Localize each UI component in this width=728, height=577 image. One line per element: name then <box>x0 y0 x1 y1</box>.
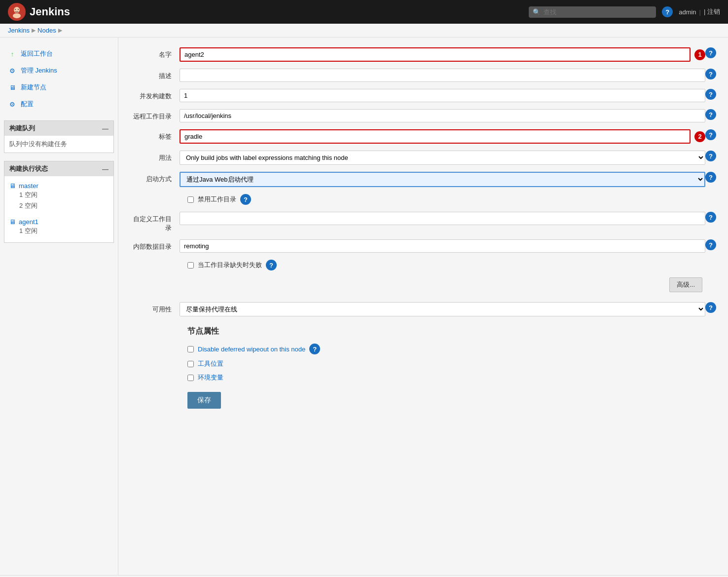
sidebar: ↑ 返回工作台 ⚙ 管理 Jenkins 🖥 新建节点 ⚙ 配置 构建队列 — … <box>0 38 118 575</box>
logout-link[interactable]: | 注销 <box>704 7 720 16</box>
label-control-wrap: 2 <box>180 129 705 144</box>
concurrency-label: 并发构建数 <box>130 89 180 101</box>
search-input[interactable] <box>544 8 652 16</box>
disable-workdir-checkbox[interactable] <box>187 196 194 203</box>
build-queue-title: 构建队列 <box>9 124 35 133</box>
internal-data-input[interactable] <box>180 239 705 253</box>
internal-data-row: 内部数据目录 ? <box>130 239 716 253</box>
usage-label: 用法 <box>130 151 180 162</box>
breadcrumb-jenkins[interactable]: Jenkins <box>8 27 30 34</box>
sidebar-item-new-node[interactable]: 🖥 新建节点 <box>0 79 118 96</box>
description-help-button[interactable]: ? <box>705 69 716 79</box>
header: Jenkins 🔍 ? admin | | 注销 <box>0 0 728 24</box>
user-area: admin | | 注销 <box>679 7 720 16</box>
name-help-button[interactable]: ? <box>705 47 716 58</box>
launch-row: 启动方式 通过Java Web启动代理 通过SSH启动代理 Launch age… <box>130 172 716 187</box>
internal-data-control-wrap <box>180 239 705 253</box>
master-name: master <box>19 182 38 190</box>
sidebar-newnode-label: 新建节点 <box>21 83 46 92</box>
internal-data-label: 内部数据目录 <box>130 239 180 251</box>
custom-workdir-control-wrap <box>180 212 705 225</box>
label-help-button[interactable]: ? <box>705 129 716 140</box>
save-button[interactable]: 保存 <box>187 392 221 409</box>
build-queue-empty-text: 队列中没有构建任务 <box>9 140 67 148</box>
name-input[interactable] <box>180 47 691 62</box>
sidebar-manage-label: 管理 Jenkins <box>21 66 57 75</box>
availability-select[interactable]: 尽量保持代理在线 有需要时保持代理在线 手动 <box>180 302 705 316</box>
custom-workdir-label: 自定义工作目录 <box>130 212 180 232</box>
internal-data-help-button[interactable]: ? <box>705 239 716 250</box>
remote-dir-help-button[interactable]: ? <box>705 109 716 120</box>
usage-select[interactable]: Only build jobs with label expressions m… <box>180 151 705 165</box>
disable-deferred-checkbox[interactable] <box>187 346 194 352</box>
concurrency-row: 并发构建数 ? <box>130 89 716 102</box>
breadcrumb-nodes[interactable]: Nodes <box>37 27 56 34</box>
remote-dir-control-wrap <box>180 109 705 122</box>
name-label: 名字 <box>130 47 180 59</box>
build-executor-header: 构建执行状态 — <box>4 161 113 176</box>
agent1-monitor-icon: 🖥 <box>9 218 16 226</box>
description-input[interactable] <box>180 69 705 82</box>
sidebar-item-back[interactable]: ↑ 返回工作台 <box>0 45 118 62</box>
build-executor-body: 🖥 master 1 空闲 2 空闲 🖥 agent1 1 空闲 <box>4 176 113 242</box>
main-content: 名字 1 ? 描述 ? 并发构建数 ? 远程工作目录 <box>118 38 728 575</box>
sidebar-item-configure[interactable]: ⚙ 配置 <box>0 96 118 113</box>
launch-label: 启动方式 <box>130 172 180 184</box>
concurrency-input[interactable] <box>180 89 705 102</box>
fail-missing-checkbox[interactable] <box>187 262 194 269</box>
label-input[interactable] <box>180 129 691 144</box>
launch-help-button[interactable]: ? <box>705 172 716 183</box>
search-icon: 🔍 <box>533 8 541 16</box>
availability-label: 可用性 <box>130 302 180 314</box>
fail-missing-label: 当工作目录缺失时失败 <box>198 261 262 269</box>
sidebar-item-manage[interactable]: ⚙ 管理 Jenkins <box>0 62 118 79</box>
availability-row: 可用性 尽量保持代理在线 有需要时保持代理在线 手动 ? <box>130 302 716 316</box>
node-master: 🖥 master 1 空闲 2 空闲 <box>9 180 109 213</box>
sidebar-back-label: 返回工作台 <box>21 49 53 58</box>
jenkins-logo-icon <box>8 3 26 21</box>
name-step-number: 1 <box>694 49 705 60</box>
name-row: 名字 1 ? <box>130 47 716 62</box>
user-name-link[interactable]: admin <box>679 8 696 16</box>
remote-dir-input[interactable] <box>180 109 705 122</box>
master-executor-2: 2 空闲 <box>9 200 109 211</box>
build-executor-title: 构建执行状态 <box>9 164 48 173</box>
custom-workdir-help-button[interactable]: ? <box>705 212 716 223</box>
name-control-wrap: 1 <box>180 47 705 62</box>
node-master-link[interactable]: 🖥 master <box>9 182 109 190</box>
tool-location-checkbox[interactable] <box>187 361 194 367</box>
label-step-number: 2 <box>694 131 705 142</box>
remote-dir-label: 远程工作目录 <box>130 109 180 121</box>
build-queue-header: 构建队列 — <box>4 121 113 136</box>
env-vars-checkbox[interactable] <box>187 375 194 381</box>
usage-help-button[interactable]: ? <box>705 151 716 161</box>
header-help-button[interactable]: ? <box>662 6 673 17</box>
build-executor-collapse[interactable]: — <box>102 165 109 173</box>
svg-point-2 <box>13 13 21 18</box>
description-row: 描述 ? <box>130 69 716 82</box>
logo-text: Jenkins <box>30 5 70 18</box>
env-vars-label: 环境变量 <box>198 373 223 382</box>
sidebar-configure-label: 配置 <box>21 100 34 109</box>
label-row: 标签 2 ? <box>130 129 716 144</box>
build-queue-collapse[interactable]: — <box>102 125 109 132</box>
disable-deferred-help-button[interactable]: ? <box>309 344 320 354</box>
disable-deferred-label: Disable deferred wipeout on this node <box>198 346 305 353</box>
fail-missing-help-button[interactable]: ? <box>266 260 277 270</box>
node-agent1-link[interactable]: 🖥 agent1 <box>9 218 109 226</box>
search-area: 🔍 ? admin | | 注销 <box>529 6 720 18</box>
availability-help-button[interactable]: ? <box>705 302 716 313</box>
master-monitor-icon: 🖥 <box>9 182 16 190</box>
description-control-wrap <box>180 69 705 82</box>
breadcrumb: Jenkins ▶ Nodes ▶ <box>0 24 728 38</box>
master-executor-1: 1 空闲 <box>9 190 109 200</box>
disable-workdir-help-button[interactable]: ? <box>240 194 251 205</box>
concurrency-help-button[interactable]: ? <box>705 89 716 100</box>
launch-select[interactable]: 通过Java Web启动代理 通过SSH启动代理 Launch agent vi… <box>180 172 705 187</box>
breadcrumb-arrow-2: ▶ <box>58 27 62 34</box>
back-icon: ↑ <box>8 50 17 58</box>
search-box[interactable]: 🔍 <box>529 6 656 18</box>
custom-workdir-input[interactable] <box>180 212 705 225</box>
custom-workdir-row: 自定义工作目录 ? <box>130 212 716 232</box>
advanced-button[interactable]: 高级... <box>669 277 702 292</box>
